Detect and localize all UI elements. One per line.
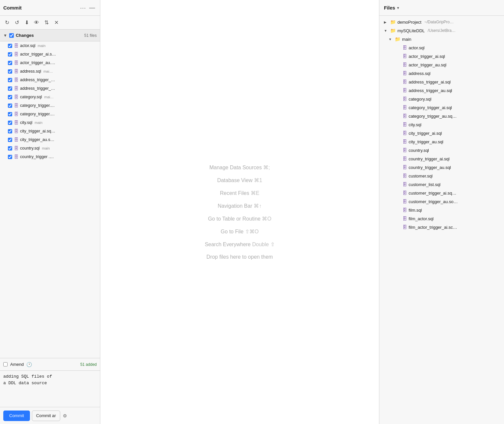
list-item[interactable]: 🗄 customer_trigger_ai.sq… — [379, 189, 504, 197]
database-icon: 🗄 — [14, 146, 18, 151]
list-item[interactable]: 🗄 film_actor.sql — [379, 214, 504, 223]
list-item[interactable]: 🗄 actor.sql — [379, 43, 504, 52]
file-list: 🗄 actor.sql main 🗄 actor_trigger_ai.s… 🗄… — [0, 41, 100, 358]
more-options-icon[interactable]: ⋯ — [78, 4, 88, 12]
file-name: actor_trigger_ai.s… — [20, 52, 56, 57]
file-name: customer_trigger_ai.sq… — [409, 191, 456, 196]
list-item[interactable]: 🗄 actor.sql main — [0, 41, 100, 50]
settings-icon[interactable]: ⚙ — [63, 413, 67, 418]
list-item[interactable]: 🗄 category_trigger_ai.sql — [379, 103, 504, 112]
files-dropdown-chevron-icon[interactable]: ▾ — [397, 6, 399, 10]
tree-chevron-icon: ▼ — [389, 37, 393, 41]
expand-icon[interactable]: ⇅ — [43, 19, 50, 26]
list-item[interactable]: 🗄 actor_trigger_ai.sql — [379, 52, 504, 60]
left-panel: Commit ⋯ — ↻ ↺ ⬇ 👁 ⇅ ✕ ▼ Changes 51 file… — [0, 0, 100, 424]
list-item[interactable]: 🗄 customer_trigger_au.so… — [379, 197, 504, 206]
list-item[interactable]: 🗄 address.sql — [379, 69, 504, 78]
list-item[interactable]: 🗄 address_trigger_… — [0, 76, 100, 84]
close-icon[interactable]: ✕ — [53, 19, 60, 26]
history-icon[interactable]: 🕐 — [26, 362, 32, 367]
list-item[interactable]: 🗄 actor_trigger_au.sql — [379, 60, 504, 69]
file-checkbox[interactable] — [8, 155, 12, 159]
list-item[interactable]: 🗄 customer.sql — [379, 172, 504, 180]
list-item[interactable]: 🗄 city.sql — [379, 120, 504, 129]
list-item[interactable]: 🗄 customer_list.sql — [379, 180, 504, 189]
list-item[interactable]: 🗄 city_trigger_au.sql — [379, 137, 504, 146]
file-checkbox[interactable] — [8, 44, 12, 48]
folder-icon: 📁 — [395, 36, 400, 42]
list-item[interactable]: 🗄 address_trigger_au.sql — [379, 86, 504, 95]
list-item[interactable]: 🗄 city_trigger_ai.sq… — [0, 127, 100, 135]
list-item[interactable]: 🗄 address_trigger_ai.sql — [379, 78, 504, 86]
commit-message-input[interactable]: adding SQL files of a DDL data source — [3, 373, 97, 403]
minimize-icon[interactable]: — — [88, 4, 97, 12]
database-icon: 🗄 — [402, 122, 407, 127]
list-item[interactable]: 🗄 address.sql mai… — [0, 67, 100, 76]
file-name: city.sql — [20, 120, 32, 125]
file-tree: ▶ 📁 demoProject ~/DataGripPro… ▼ 📁 mySQL… — [379, 16, 504, 424]
list-item[interactable]: 🗄 film.sql — [379, 206, 504, 214]
download-icon[interactable]: ⬇ — [23, 19, 30, 26]
list-item[interactable]: 🗄 category_trigger.… — [0, 101, 100, 110]
file-checkbox[interactable] — [8, 112, 12, 116]
refresh-icon[interactable]: ↻ — [3, 19, 11, 26]
file-checkbox[interactable] — [8, 61, 12, 65]
list-item[interactable]: 🗄 city_trigger_ai.sql — [379, 129, 504, 137]
changes-select-all-checkbox[interactable] — [9, 33, 14, 38]
list-item[interactable]: 🗄 country.sql — [379, 146, 504, 154]
commit-and-push-button[interactable]: Commit ar — [32, 411, 60, 421]
project-name: demoProject — [397, 20, 421, 25]
file-checkbox[interactable] — [8, 95, 12, 99]
database-icon: 🗄 — [402, 182, 407, 187]
file-checkbox[interactable] — [8, 52, 12, 57]
file-checkbox[interactable] — [8, 86, 12, 91]
file-checkbox[interactable] — [8, 104, 12, 108]
changes-chevron-icon[interactable]: ▼ — [3, 33, 7, 38]
database-icon: 🗄 — [402, 62, 407, 67]
file-name: category.sql — [409, 97, 431, 102]
database-icon: 🗄 — [14, 69, 18, 74]
list-item[interactable]: 🗄 category.sql — [379, 95, 504, 103]
file-name: country_trigger_au.sql — [409, 165, 451, 170]
commit-toolbar: ↻ ↺ ⬇ 👁 ⇅ ✕ — [0, 16, 100, 30]
file-name: actor.sql — [409, 45, 424, 50]
list-item[interactable]: 🗄 category_trigger_au.sq… — [379, 112, 504, 120]
list-item[interactable]: 🗄 address_trigger_… — [0, 84, 100, 93]
tree-chevron-icon: ▶ — [384, 20, 389, 24]
file-checkbox[interactable] — [8, 121, 12, 125]
list-item[interactable]: 🗄 film_actor_trigger_ai.sc… — [379, 223, 504, 231]
list-item[interactable]: 🗄 category_trigger.… — [0, 110, 100, 118]
hint-recent-files: Recent Files ⌘E — [220, 190, 259, 196]
database-icon: 🗄 — [402, 113, 407, 119]
list-item[interactable]: 🗄 category.sql mai… — [0, 93, 100, 101]
list-item[interactable]: 🗄 country.sql main — [0, 144, 100, 153]
list-item[interactable]: 🗄 city_trigger_au.s… — [0, 135, 100, 144]
hint-go-to-table: Go to Table or Routine ⌘O — [208, 216, 271, 222]
file-checkbox[interactable] — [8, 129, 12, 133]
file-checkbox[interactable] — [8, 69, 12, 74]
list-item[interactable]: 🗄 city.sql main — [0, 118, 100, 127]
hint-go-to-file: Go to File ⇧⌘O — [221, 228, 259, 235]
tree-folder-main[interactable]: ▼ 📁 main — [379, 35, 504, 43]
database-icon: 🗄 — [14, 154, 18, 159]
preview-icon[interactable]: 👁 — [33, 19, 40, 26]
commit-button[interactable]: Commit — [3, 411, 30, 421]
file-name: category_trigger.… — [20, 112, 55, 116]
center-panel: Manage Data Sources ⌘; Database View ⌘1 … — [100, 0, 379, 424]
list-item[interactable]: 🗄 country_trigger .… — [0, 153, 100, 161]
file-checkbox[interactable] — [8, 138, 12, 142]
undo-icon[interactable]: ↺ — [13, 19, 20, 26]
file-name: address_trigger_… — [20, 86, 55, 91]
database-icon: 🗄 — [402, 71, 407, 76]
list-item[interactable]: 🗄 actor_trigger_ai.s… — [0, 50, 100, 59]
tree-project-mysql[interactable]: ▼ 📁 mySQLiteDDL /Users/JetBra… — [379, 26, 504, 35]
tree-project-demo[interactable]: ▶ 📁 demoProject ~/DataGripPro… — [379, 18, 504, 26]
list-item[interactable]: 🗄 country_trigger_ai.sql — [379, 154, 504, 163]
file-checkbox[interactable] — [8, 78, 12, 82]
file-name: country.sql — [20, 146, 40, 151]
amend-checkbox[interactable] — [3, 362, 8, 366]
file-checkbox[interactable] — [8, 146, 12, 151]
list-item[interactable]: 🗄 actor_trigger_au.… — [0, 59, 100, 67]
list-item[interactable]: 🗄 country_trigger_au.sql — [379, 163, 504, 172]
file-name: city_trigger_ai.sql — [409, 131, 442, 136]
